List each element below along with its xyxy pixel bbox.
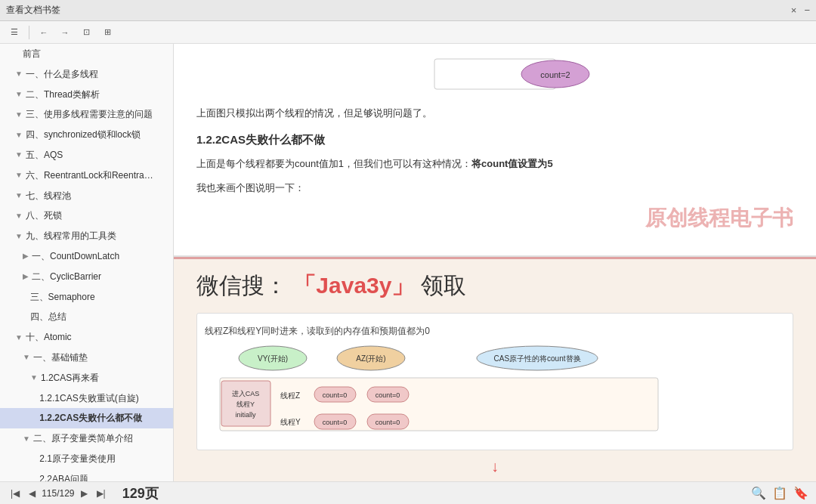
sidebar-item-ch10-1-1[interactable]: ▼ 1.2CAS再来看 bbox=[0, 368, 173, 388]
sidebar-item-preface[interactable]: 前言 bbox=[0, 44, 173, 64]
back-button[interactable]: ← bbox=[36, 24, 52, 41]
minimize-icon[interactable]: − bbox=[804, 5, 810, 16]
sidebar-item-ch10[interactable]: ▼ 十、Atomic bbox=[0, 327, 173, 348]
sidebar-item-ch9[interactable]: ▼ 九、线程常用的工具类 bbox=[0, 226, 173, 246]
page-total-large: 129页 bbox=[122, 484, 159, 502]
window-controls: × − bbox=[791, 5, 810, 16]
sidebar-item-ch6[interactable]: ▼ 六、ReentrantLock和ReentrantReadW... bbox=[0, 165, 173, 186]
svg-text:count=0: count=0 bbox=[376, 391, 400, 399]
svg-text:AZ(开始): AZ(开始) bbox=[356, 354, 385, 363]
wechat-banner: 微信搜： 「Java3y」 领取 线程Z和线程Y同时进来，读取到的内存值和预期值… bbox=[174, 257, 816, 481]
svg-text:CAS原子性的将count替换: CAS原子性的将count替换 bbox=[493, 354, 580, 363]
svg-text:initially: initially bbox=[235, 411, 256, 419]
document-area[interactable]: count=2 上面图只模拟出两个线程的情况，但足够说明问题了。 1.2.2CA… bbox=[174, 44, 816, 481]
forward-button[interactable]: → bbox=[57, 24, 73, 41]
sidebar-item-ch3[interactable]: ▼ 三、使用多线程需要注意的问题 bbox=[0, 104, 173, 125]
sidebar-item-ch10-1[interactable]: ▼ 一、基础铺垫 bbox=[0, 348, 173, 368]
toggle-icon: ▼ bbox=[15, 150, 23, 160]
svg-text:VY(开始): VY(开始) bbox=[258, 354, 288, 363]
svg-text:线程Y: 线程Y bbox=[236, 400, 255, 408]
toggle-icon: ▼ bbox=[23, 352, 30, 363]
toggle-icon: ▼ bbox=[15, 231, 23, 242]
sidebar-item-ch8[interactable]: ▼ 八、死锁 bbox=[0, 206, 173, 226]
sidebar-item-ch1[interactable]: ▼ 一、什么是多线程 bbox=[0, 64, 173, 85]
toggle-icon: ▼ bbox=[23, 434, 30, 444]
svg-text:进入CAS: 进入CAS bbox=[232, 390, 260, 397]
toggle-icon bbox=[30, 453, 36, 464]
toggle-icon: ▼ bbox=[15, 89, 23, 100]
toggle-icon bbox=[23, 312, 27, 323]
arrow-down-1: ↓ bbox=[196, 458, 793, 475]
sidebar-item-ch10-1-1-2[interactable]: 1.2.2CAS失败什么都不做 bbox=[0, 408, 173, 428]
grid-button[interactable]: ⊞ bbox=[99, 24, 116, 41]
toggle-icon: ▼ bbox=[15, 332, 23, 343]
svg-text:count=2: count=2 bbox=[540, 70, 570, 79]
toggle-icon: ▼ bbox=[15, 170, 23, 181]
top-bar: 查看文档书签 × − bbox=[0, 0, 816, 21]
diagram1-svg: VY(开始) AZ(开始) CAS原子性的将count替换 进入CAS 线程Y … bbox=[205, 342, 681, 440]
watermark: 原创线程电子书 bbox=[196, 204, 793, 233]
main-content: 前言 ▼ 一、什么是多线程 ▼ 二、Thread类解析 ▼ 三、使用多线程需要注… bbox=[0, 44, 816, 481]
page-info: 115/129 bbox=[42, 488, 74, 499]
sidebar-item-ch9-2[interactable]: ▶ 二、CyclicBarrier bbox=[0, 267, 173, 287]
section-title: 1.2.2CAS失败什么都不做 bbox=[196, 133, 793, 147]
toggle-icon: ▼ bbox=[15, 190, 23, 201]
diagram-1: 线程Z和线程Y同时进来，读取到的内存值和预期值都为0 VY(开始) AZ(开始)… bbox=[196, 313, 793, 450]
sidebar-item-ch4[interactable]: ▼ 四、synchronized锁和lock锁 bbox=[0, 125, 173, 145]
toggle-icon bbox=[15, 48, 20, 59]
svg-text:count=0: count=0 bbox=[323, 391, 347, 399]
toggle-icon: ▶ bbox=[23, 251, 29, 261]
svg-text:线程Z: 线程Z bbox=[280, 391, 300, 400]
clipboard-icon[interactable]: 📋 bbox=[772, 486, 787, 500]
sidebar: 前言 ▼ 一、什么是多线程 ▼ 二、Thread类解析 ▼ 三、使用多线程需要注… bbox=[0, 44, 174, 481]
last-page-button[interactable]: ▶| bbox=[94, 487, 109, 500]
toggle-icon bbox=[23, 292, 27, 302]
sidebar-item-ch9-3-semaphore[interactable]: 三、Semaphore bbox=[0, 287, 173, 308]
view-button[interactable]: ⊡ bbox=[78, 24, 94, 41]
bottom-bar: |◀ ◀ 115/129 ▶ ▶| 129页 🔍 📋 🔖 bbox=[0, 481, 816, 504]
next-page-button[interactable]: ▶ bbox=[78, 487, 91, 500]
top-bar-title: 查看文档书签 bbox=[6, 4, 60, 17]
sidebar-item-ch10-2-2[interactable]: 2.2ABA问题 bbox=[0, 469, 173, 481]
toolbar: ☰ ← → ⊡ ⊞ bbox=[0, 21, 816, 44]
sidebar-item-ch9-1[interactable]: ▶ 一、CountDownLatch bbox=[0, 246, 173, 267]
toggle-icon: ▶ bbox=[23, 271, 29, 282]
prev-page-button[interactable]: ◀ bbox=[26, 487, 39, 500]
wechat-title: 微信搜： 「Java3y」 领取 bbox=[196, 271, 793, 301]
page-navigation: |◀ ◀ 115/129 ▶ ▶| bbox=[8, 487, 109, 500]
sidebar-item-ch10-2-1[interactable]: 2.1原子变量类使用 bbox=[0, 449, 173, 469]
menu-button[interactable]: ☰ bbox=[6, 24, 23, 41]
diagram1-desc: 线程Z和线程Y同时进来，读取到的内存值和预期值都为0 bbox=[205, 325, 785, 338]
toggle-icon: ▼ bbox=[15, 211, 23, 221]
svg-text:线程Y: 线程Y bbox=[280, 418, 301, 426]
sidebar-item-ch10-2[interactable]: ▼ 二、原子变量类简单介绍 bbox=[0, 428, 173, 449]
sidebar-item-ch7[interactable]: ▼ 七、线程池 bbox=[0, 186, 173, 206]
para1: 上面是每个线程都要为count值加1，但我们也可以有这种情况：将count值设置… bbox=[196, 155, 793, 172]
toggle-icon: ▼ bbox=[15, 130, 23, 141]
svg-text:count=0: count=0 bbox=[376, 419, 400, 426]
search-icon[interactable]: 🔍 bbox=[751, 486, 766, 500]
top-note: 上面图只模拟出两个线程的情况，但足够说明问题了。 bbox=[196, 104, 793, 122]
bookmark-icon[interactable]: 🔖 bbox=[793, 486, 808, 500]
toggle-icon: ▼ bbox=[15, 69, 23, 79]
toggle-icon bbox=[30, 474, 36, 481]
close-icon[interactable]: × bbox=[791, 5, 797, 16]
toggle-icon bbox=[30, 413, 36, 424]
toggle-icon bbox=[30, 393, 36, 404]
first-page-button[interactable]: |◀ bbox=[8, 487, 23, 500]
sidebar-item-ch2[interactable]: ▼ 二、Thread类解析 bbox=[0, 85, 173, 105]
sidebar-item-ch9-4[interactable]: 四、总结 bbox=[0, 307, 173, 327]
toggle-icon: ▼ bbox=[30, 373, 38, 383]
sidebar-item-ch5[interactable]: ▼ 五、AQS bbox=[0, 145, 173, 165]
sidebar-item-ch10-1-1-1[interactable]: 1.2.1CAS失败重试(自旋) bbox=[0, 388, 173, 409]
top-diagram: count=2 bbox=[389, 55, 601, 93]
para2: 我也来画个图说明一下： bbox=[196, 179, 793, 196]
toggle-icon: ▼ bbox=[15, 110, 23, 120]
svg-text:count=0: count=0 bbox=[323, 419, 347, 426]
bottom-right-controls: 🔍 📋 🔖 bbox=[751, 486, 808, 500]
